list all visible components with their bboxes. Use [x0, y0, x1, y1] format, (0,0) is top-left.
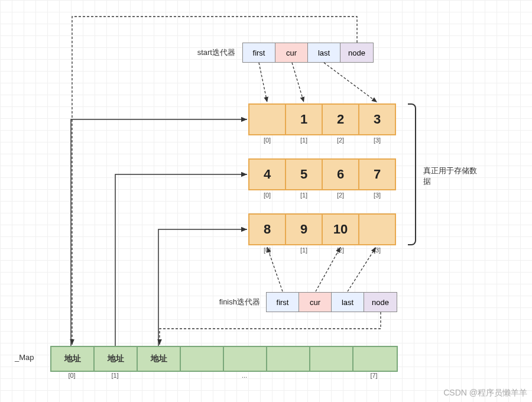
buffer-row-2: 8 9 10	[248, 213, 396, 245]
watermark: CSDN @程序员懒羊羊	[443, 388, 527, 398]
buffer-cell: 7	[358, 158, 396, 190]
finish-iterator: first cur last node	[266, 292, 397, 312]
buffer-indices-2: [0][1][2][3]	[248, 247, 396, 254]
storage-annotation: 真正用于存储数据	[423, 166, 482, 187]
buffer-cell: 6	[322, 158, 359, 190]
buffer-cell: 5	[285, 158, 323, 190]
map-label: _Map	[15, 353, 44, 362]
map-cell: 地址	[138, 347, 181, 371]
map-cell: 地址	[95, 347, 138, 371]
start-iterator-label: start迭代器	[182, 47, 235, 58]
finish-last-cell: last	[332, 293, 364, 312]
map-cell	[353, 347, 397, 371]
buffer-cell: 8	[248, 213, 286, 245]
start-iterator: first cur last node	[242, 43, 374, 63]
buffer-cell	[248, 103, 286, 135]
start-cur-cell: cur	[275, 43, 308, 62]
start-last-cell: last	[308, 43, 340, 62]
finish-iterator-label: finish迭代器	[201, 297, 260, 307]
buffer-indices-0: [0][1][2][3]	[248, 137, 396, 144]
map-cell	[310, 347, 353, 371]
buffer-indices-1: [0][1][2][3]	[248, 192, 396, 199]
start-node-cell: node	[340, 43, 373, 62]
map-cell: 地址	[51, 347, 95, 371]
buffer-cell: 3	[358, 103, 396, 135]
map-indices: [0][1]...[7]	[50, 372, 395, 379]
brace-icon	[408, 103, 416, 245]
map-cell	[181, 347, 224, 371]
buffer-cell: 1	[285, 103, 323, 135]
map-cell	[224, 347, 267, 371]
buffer-cell: 9	[285, 213, 323, 245]
start-first-cell: first	[243, 43, 275, 62]
finish-first-cell: first	[267, 293, 299, 312]
buffer-cell: 2	[322, 103, 359, 135]
finish-node-cell: node	[364, 293, 397, 312]
buffer-cell: 10	[322, 213, 359, 245]
buffer-row-0: 1 2 3	[248, 103, 396, 135]
map-cell	[267, 347, 310, 371]
buffer-row-1: 4 5 6 7	[248, 158, 396, 190]
finish-cur-cell: cur	[299, 293, 332, 312]
buffer-cell	[358, 213, 396, 245]
buffer-cell: 4	[248, 158, 286, 190]
map-array: 地址 地址 地址	[50, 346, 398, 372]
